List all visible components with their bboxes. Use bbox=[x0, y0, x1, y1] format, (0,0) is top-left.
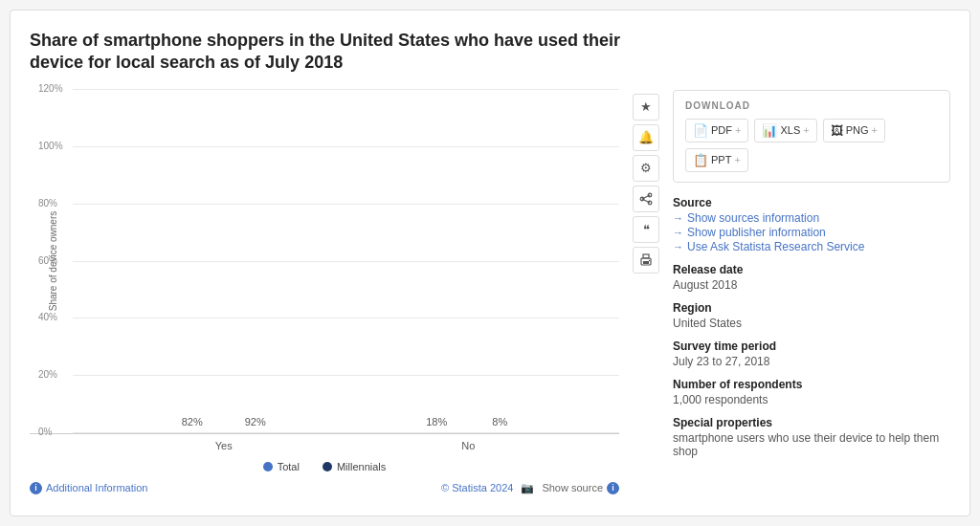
main-card: Share of smartphone shoppers in the Unit… bbox=[10, 10, 970, 516]
xls-plus: + bbox=[803, 124, 809, 136]
special-properties-value: smartphone users who use their device to… bbox=[673, 431, 950, 458]
print-icon bbox=[639, 253, 653, 267]
ppt-icon: 📋 bbox=[693, 153, 708, 167]
show-sources-link[interactable]: Show sources information bbox=[673, 211, 950, 225]
source-section: Source Show sources information Show pub… bbox=[673, 196, 950, 253]
bar-label-millennials-no: 8% bbox=[492, 416, 507, 427]
svg-rect-6 bbox=[643, 254, 649, 258]
release-date-section: Release date August 2018 bbox=[673, 263, 950, 292]
print-button[interactable] bbox=[633, 247, 659, 274]
info-icon: i bbox=[30, 482, 42, 494]
legend-label-millennials: Millennials bbox=[337, 461, 386, 472]
download-buttons: 📄 PDF + 📊 XLS + 🖼 PNG + bbox=[685, 119, 938, 172]
statista-credit: © Statista 2024 bbox=[441, 482, 513, 493]
chart-footer: i Additional Information © Statista 2024… bbox=[30, 482, 619, 494]
notify-button[interactable]: 🔔 bbox=[633, 124, 659, 151]
additional-info-label: Additional Information bbox=[46, 482, 147, 493]
bar-label-millennials-yes: 92% bbox=[245, 416, 266, 427]
x-label-yes: Yes bbox=[164, 440, 284, 451]
region-label: Region bbox=[673, 301, 950, 315]
bar-label-total-no: 18% bbox=[426, 416, 447, 427]
ppt-plus: + bbox=[734, 154, 740, 165]
png-label: PNG bbox=[846, 124, 869, 136]
y-tick-label: 120% bbox=[38, 83, 63, 94]
ppt-label: PPT bbox=[711, 154, 731, 165]
svg-point-8 bbox=[649, 260, 650, 261]
release-date-label: Release date bbox=[673, 263, 950, 276]
region-section: Region United States bbox=[673, 301, 950, 330]
special-properties-section: Special properties smartphone users who … bbox=[673, 416, 950, 458]
download-section: DOWNLOAD 📄 PDF + 📊 XLS + 🖼 PNG bbox=[673, 90, 950, 183]
show-source-label: Show source bbox=[542, 482, 603, 493]
show-source-icon: i bbox=[607, 482, 619, 494]
share-icon bbox=[639, 192, 653, 206]
y-tick-label: 0% bbox=[38, 427, 52, 437]
download-title: DOWNLOAD bbox=[685, 100, 938, 111]
legend-item-total: Total bbox=[263, 461, 300, 472]
png-icon: 🖼 bbox=[831, 123, 843, 138]
download-ppt-button[interactable]: 📋 PPT + bbox=[685, 148, 748, 172]
legend-label-total: Total bbox=[278, 461, 300, 472]
legend-item-millennials: Millennials bbox=[323, 461, 386, 472]
png-plus: + bbox=[872, 124, 878, 136]
pdf-label: PDF bbox=[711, 124, 732, 136]
pdf-icon: 📄 bbox=[693, 123, 708, 138]
y-tick-label: 100% bbox=[38, 141, 63, 151]
download-png-button[interactable]: 🖼 PNG + bbox=[823, 119, 885, 142]
source-label: Source bbox=[673, 196, 950, 209]
bar-label-total-yes: 82% bbox=[182, 416, 203, 427]
settings-button[interactable]: ⚙ bbox=[633, 155, 659, 182]
respondents-section: Number of respondents 1,000 respondents bbox=[673, 378, 950, 406]
chart-camera-icon: 📷 bbox=[521, 482, 534, 494]
xls-icon: 📊 bbox=[762, 123, 777, 138]
show-source-button[interactable]: Show source i bbox=[542, 482, 619, 494]
footer-right: © Statista 2024 📷 Show source i bbox=[441, 482, 619, 494]
xls-label: XLS bbox=[780, 124, 800, 136]
chart-wrapper: Share of device owners 120% 100% 80% 60%… bbox=[30, 90, 619, 494]
show-publisher-link[interactable]: Show publisher information bbox=[673, 226, 950, 239]
chart-inner: 120% 100% 80% 60% 40% 20% 0% 82% bbox=[73, 90, 619, 433]
x-label-no: No bbox=[408, 440, 528, 451]
info-panel: DOWNLOAD 📄 PDF + 📊 XLS + 🖼 PNG bbox=[673, 90, 950, 494]
svg-rect-7 bbox=[643, 261, 649, 264]
content-area: Share of device owners 120% 100% 80% 60%… bbox=[30, 90, 950, 494]
x-labels: Yes No bbox=[73, 440, 619, 451]
chart-container: Share of device owners 120% 100% 80% 60%… bbox=[30, 90, 619, 434]
sidebar-tools: ★ 🔔 ⚙ ❝ bbox=[629, 90, 663, 494]
respondents-value: 1,000 respondents bbox=[673, 393, 950, 406]
meta-section: Source Show sources information Show pub… bbox=[673, 196, 950, 458]
y-tick-label: 80% bbox=[38, 198, 57, 208]
legend-dot-total bbox=[263, 462, 273, 471]
release-date-value: August 2018 bbox=[673, 278, 950, 292]
download-pdf-button[interactable]: 📄 PDF + bbox=[685, 119, 748, 142]
quote-button[interactable]: ❝ bbox=[633, 216, 659, 243]
ask-statista-link[interactable]: Use Ask Statista Research Service bbox=[673, 240, 950, 253]
legend-dot-millennials bbox=[323, 462, 332, 471]
respondents-label: Number of respondents bbox=[673, 378, 950, 391]
y-tick-label: 40% bbox=[38, 312, 57, 322]
bars-area: 82% 92% 18% 8% bbox=[73, 90, 619, 433]
region-value: United States bbox=[673, 317, 950, 330]
download-xls-button[interactable]: 📊 XLS + bbox=[754, 119, 816, 142]
chart-legend: Total Millennials bbox=[30, 461, 619, 472]
share-button[interactable] bbox=[633, 186, 659, 212]
survey-period-value: July 23 to 27, 2018 bbox=[673, 355, 950, 368]
special-properties-label: Special properties bbox=[673, 416, 950, 429]
additional-info-button[interactable]: i Additional Information bbox=[30, 482, 147, 494]
survey-period-section: Survey time period July 23 to 27, 2018 bbox=[673, 340, 950, 368]
y-tick-label: 20% bbox=[38, 369, 57, 380]
chart-title: Share of smartphone shoppers in the Unit… bbox=[30, 30, 642, 75]
pdf-plus: + bbox=[735, 124, 741, 136]
y-tick-label: 60% bbox=[38, 255, 57, 266]
survey-period-label: Survey time period bbox=[673, 340, 950, 353]
favorite-button[interactable]: ★ bbox=[633, 94, 659, 121]
